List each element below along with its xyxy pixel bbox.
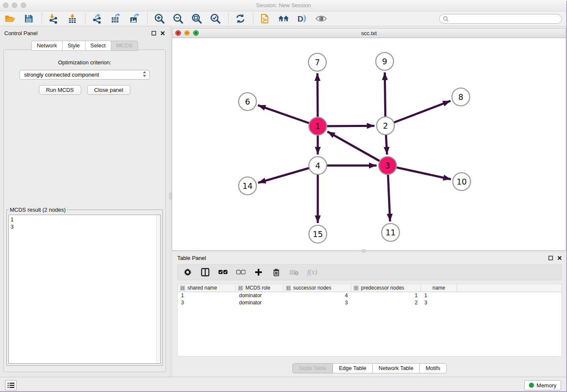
export-network-button[interactable] bbox=[91, 13, 103, 25]
table-panel-title: Table Panel bbox=[177, 255, 206, 261]
table-cell[interactable]: dominator bbox=[236, 292, 284, 299]
table-cell[interactable]: 3 bbox=[421, 299, 457, 306]
toolbar-separator bbox=[228, 13, 228, 24]
graph-node-3[interactable]: 3 bbox=[379, 157, 396, 174]
memory-button[interactable]: Memory bbox=[524, 380, 561, 390]
graph-node-14[interactable]: 14 bbox=[239, 177, 256, 195]
search-input[interactable] bbox=[451, 16, 561, 22]
table-cell[interactable]: 1 bbox=[178, 292, 236, 299]
criterion-dropdown[interactable]: strongly connected component bbox=[19, 70, 150, 80]
float-panel-icon[interactable] bbox=[151, 31, 156, 36]
delete-table-button[interactable] bbox=[289, 268, 299, 277]
tab-node-table[interactable]: Node Table bbox=[292, 363, 333, 373]
graph-node-8[interactable]: 8 bbox=[452, 88, 470, 106]
fit-content-button[interactable] bbox=[191, 13, 203, 25]
export-table-button[interactable] bbox=[110, 13, 122, 25]
deselect-all-button[interactable] bbox=[236, 268, 245, 277]
select-all-button[interactable] bbox=[218, 268, 228, 277]
import-table-button[interactable] bbox=[66, 13, 78, 25]
export-to-ndex-button[interactable] bbox=[259, 13, 271, 25]
column-header-predecessor-nodes[interactable]: predecessor nodes bbox=[351, 284, 421, 292]
graphics-details-button[interactable] bbox=[315, 13, 327, 25]
cyndex-browser-button[interactable]: D bbox=[297, 13, 308, 25]
table-row[interactable]: 3dominator323 bbox=[178, 299, 561, 306]
float-table-panel-icon[interactable] bbox=[548, 256, 553, 260]
tab-mcds[interactable]: MCDS bbox=[111, 41, 138, 51]
table-cell[interactable]: 2 bbox=[351, 299, 421, 306]
open-ndex-button[interactable] bbox=[278, 13, 290, 25]
horizontal-splitter-handle[interactable] bbox=[362, 249, 366, 252]
graph-node-11[interactable]: 11 bbox=[382, 224, 399, 241]
graph-node-7[interactable]: 7 bbox=[308, 53, 326, 71]
apply-layout-button[interactable] bbox=[234, 13, 246, 25]
graph-edge-2-8[interactable] bbox=[385, 101, 451, 126]
table-cell[interactable]: dominator bbox=[236, 299, 284, 306]
plus-icon bbox=[255, 268, 262, 276]
task-history-button[interactable] bbox=[5, 380, 17, 390]
table-cell[interactable]: 4 bbox=[284, 292, 351, 299]
svg-text:D: D bbox=[297, 14, 303, 23]
svg-text:15: 15 bbox=[313, 229, 323, 239]
show-columns-button[interactable] bbox=[201, 268, 210, 277]
tab-select[interactable]: Select bbox=[85, 41, 111, 51]
graph-node-10[interactable]: 10 bbox=[453, 173, 471, 190]
zoom-selected-button[interactable] bbox=[209, 13, 221, 25]
svg-text:11: 11 bbox=[385, 228, 396, 237]
zoom-out-button[interactable] bbox=[172, 13, 184, 25]
column-header-shared-name[interactable]: shared name bbox=[178, 284, 236, 292]
graph-node-9[interactable]: 9 bbox=[376, 52, 394, 70]
network-view-window: scc.txt 7968124314101511 bbox=[172, 28, 566, 251]
graph-node-6[interactable]: 6 bbox=[239, 93, 256, 110]
gear-icon bbox=[184, 268, 192, 276]
save-session-button[interactable] bbox=[23, 13, 35, 25]
graph-node-1[interactable]: 1 bbox=[309, 117, 327, 135]
table-options-button[interactable] bbox=[183, 268, 192, 277]
export-image-icon bbox=[129, 14, 140, 24]
homes-icon bbox=[278, 14, 290, 23]
zoom-in-button[interactable] bbox=[154, 13, 165, 25]
toolbar-separator bbox=[253, 13, 253, 24]
column-type-icon bbox=[286, 286, 291, 290]
delete-columns-button[interactable] bbox=[272, 268, 281, 277]
export-image-button[interactable] bbox=[129, 13, 140, 25]
fit-content-icon bbox=[191, 13, 202, 24]
table-cell[interactable]: 1 bbox=[351, 292, 421, 299]
tab-network[interactable]: Network bbox=[31, 41, 62, 51]
graph-edge-3-1[interactable] bbox=[328, 132, 388, 166]
network-window-title: scc.txt bbox=[172, 30, 566, 36]
list-icon bbox=[8, 383, 14, 388]
tab-network-table[interactable]: Network Table bbox=[372, 363, 419, 373]
function-builder-button[interactable]: f(x) bbox=[307, 268, 317, 276]
search-box[interactable] bbox=[439, 14, 562, 24]
close-table-panel-icon[interactable] bbox=[557, 256, 562, 260]
table-cell[interactable]: 3 bbox=[284, 299, 351, 306]
tab-motifs[interactable]: Motifs bbox=[419, 363, 447, 373]
close-panel-icon[interactable] bbox=[160, 31, 165, 36]
trash-icon bbox=[273, 268, 280, 276]
tab-edge-table[interactable]: Edge Table bbox=[333, 363, 372, 373]
open-session-button[interactable] bbox=[4, 13, 16, 25]
mcds-result-text[interactable]: 13 bbox=[8, 215, 161, 364]
graph-node-15[interactable]: 15 bbox=[309, 225, 327, 243]
graph-node-4[interactable]: 4 bbox=[309, 157, 327, 174]
import-network-button[interactable] bbox=[48, 13, 60, 25]
graph-node-2[interactable]: 2 bbox=[377, 117, 394, 135]
graph-edge-3-10[interactable] bbox=[388, 166, 451, 179]
column-header-name[interactable]: name bbox=[421, 284, 457, 292]
run-mcds-button[interactable]: Run MCDS bbox=[39, 85, 81, 95]
graph-edge-1-6[interactable] bbox=[258, 105, 318, 126]
tab-style[interactable]: Style bbox=[62, 41, 85, 51]
column-header-successor-nodes[interactable]: successor nodes bbox=[284, 284, 351, 292]
status-bar: Memory bbox=[0, 377, 567, 392]
table-cell[interactable]: 3 bbox=[178, 299, 236, 306]
column-header-label: MCDS role bbox=[245, 285, 270, 291]
network-canvas[interactable]: 7968124314101511 bbox=[172, 38, 566, 250]
close-panel-button[interactable]: Close panel bbox=[87, 85, 131, 95]
column-header-MCDS-role[interactable]: MCDS role bbox=[236, 284, 284, 292]
mcds-result-scrollbar[interactable] bbox=[156, 215, 160, 363]
add-column-button[interactable] bbox=[254, 268, 263, 277]
table-row[interactable]: 1dominator411 bbox=[178, 292, 561, 299]
table-cell[interactable]: 1 bbox=[421, 292, 457, 299]
svg-text:2: 2 bbox=[383, 121, 388, 130]
column-type-icon bbox=[354, 286, 358, 290]
